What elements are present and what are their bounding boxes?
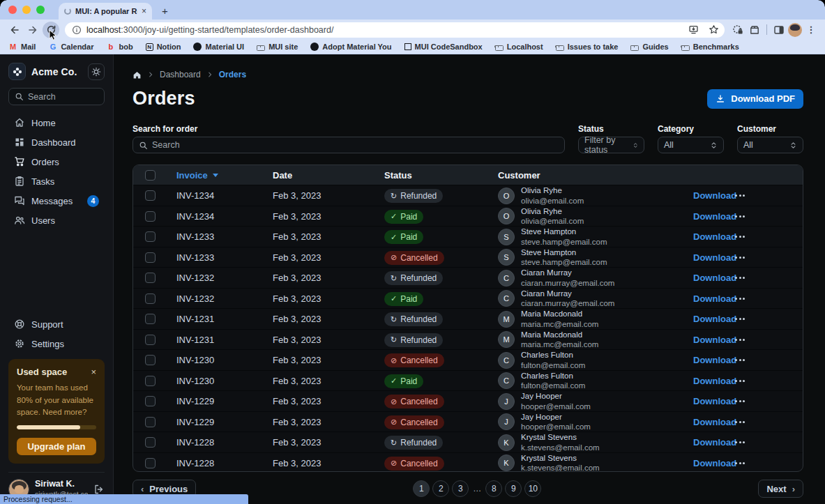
row-more-actions-button[interactable] [728,298,803,300]
upgrade-plan-button[interactable]: Upgrade plan [17,438,96,455]
download-row-link[interactable]: Download [688,273,728,283]
forward-button[interactable] [24,22,41,38]
download-row-link[interactable]: Download [688,376,728,386]
row-more-actions-button[interactable] [728,257,803,259]
row-checkbox[interactable] [145,376,156,386]
status-filter-select[interactable]: Filter by status [578,137,644,153]
theme-toggle-button[interactable] [88,63,105,80]
sidebar-footer-item[interactable]: Support [8,315,105,333]
row-checkbox[interactable] [145,293,156,304]
browser-menu-button[interactable]: ⋮ [803,22,819,38]
customer-filter-select[interactable]: All [737,137,803,153]
download-row-link[interactable]: Download [688,211,728,222]
breadcrumb-orders-current[interactable]: Orders [219,70,246,79]
download-row-link[interactable]: Download [688,396,728,406]
row-checkbox[interactable] [145,273,156,283]
row-more-actions-button[interactable] [728,339,803,341]
column-header-invoice[interactable]: Invoice [167,170,263,181]
download-pdf-button[interactable]: Download PDF [707,89,803,109]
row-more-actions-button[interactable] [728,400,803,402]
bookmark-this-tab-button[interactable] [706,22,721,38]
row-more-actions-button[interactable] [728,194,803,197]
download-row-link[interactable]: Download [688,314,728,324]
row-checkbox[interactable] [145,190,156,201]
page-number-button[interactable]: 2 [432,480,449,497]
row-more-actions-button[interactable] [728,318,803,320]
breadcrumb-home-icon[interactable] [133,70,142,79]
download-row-link[interactable]: Download [688,437,728,448]
window-close-button[interactable] [8,6,17,14]
row-more-actions-button[interactable] [728,441,803,443]
bookmark-item[interactable]: Benchmarks [681,43,739,51]
bookmark-item[interactable]: Adopt Material You [310,43,391,51]
row-more-actions-button[interactable] [728,277,803,279]
sidebar-nav-item[interactable]: Messages 4 [8,192,105,210]
download-row-link[interactable]: Download [688,355,728,365]
download-row-link[interactable]: Download [688,417,728,427]
download-row-link[interactable]: Download [688,252,728,263]
download-row-link[interactable]: Download [688,231,728,242]
page-number-button[interactable]: 10 [524,480,541,497]
bookmark-item[interactable]: MUI CodeSandbox [404,43,483,51]
bookmark-item[interactable]: Material UI [193,43,244,51]
row-more-actions-button[interactable] [728,215,803,217]
row-more-actions-button[interactable] [728,380,803,382]
download-row-link[interactable]: Download [688,190,728,201]
select-all-checkbox[interactable] [145,170,156,181]
row-checkbox[interactable] [145,396,156,406]
logout-icon[interactable] [93,484,105,495]
browser-tab[interactable]: MUI: A popular React UI fram × [59,3,152,20]
sidebar-nav-item[interactable]: Home [8,114,105,132]
extensions-button[interactable] [747,22,762,38]
sidebar-nav-item[interactable]: Users [8,211,105,229]
row-checkbox[interactable] [145,231,156,242]
page-number-button[interactable]: … [471,480,483,497]
bookmark-item[interactable]: Calendar [48,43,93,52]
bookmark-item[interactable]: Issues to take [556,43,619,51]
row-checkbox[interactable] [145,314,156,324]
browser-profile-avatar[interactable] [788,23,802,37]
row-checkbox[interactable] [145,437,156,448]
row-checkbox[interactable] [145,335,156,345]
tab-close-icon[interactable]: × [142,7,146,15]
row-checkbox[interactable] [145,417,156,427]
breadcrumb-dashboard-link[interactable]: Dashboard [160,70,201,79]
sidebar-nav-item[interactable]: Orders [8,153,105,171]
page-number-button[interactable]: 8 [485,480,502,497]
row-checkbox[interactable] [145,252,156,263]
bookmark-item[interactable]: Localhost [495,43,543,51]
site-info-icon[interactable] [72,25,82,35]
window-minimize-button[interactable] [22,6,31,14]
row-checkbox[interactable] [145,458,156,468]
reload-button[interactable] [43,22,59,38]
window-zoom-button[interactable] [36,6,45,14]
page-number-button[interactable]: 1 [413,480,430,497]
back-button[interactable] [6,22,23,38]
order-search-input[interactable]: Search [133,137,565,153]
acme-logo-button[interactable] [8,63,26,80]
bookmark-item[interactable]: bob [106,43,133,52]
download-row-link[interactable]: Download [688,335,728,345]
new-tab-button[interactable]: + [162,5,168,20]
bookmark-item[interactable]: MUI site [257,43,298,51]
download-row-link[interactable]: Download [688,458,728,468]
row-more-actions-button[interactable] [728,462,803,464]
address-bar[interactable]: localhost:3000/joy-ui/getting-started/te… [65,22,725,38]
bookmark-item[interactable]: Notion [146,43,181,51]
row-checkbox[interactable] [145,355,156,365]
page-number-button[interactable]: 3 [452,480,469,497]
install-app-button[interactable] [686,22,701,38]
row-more-actions-button[interactable] [728,421,803,423]
password-manager-extension-button[interactable] [730,22,745,38]
sidebar-search-input[interactable]: Search [8,88,105,105]
side-panel-button[interactable] [771,22,787,38]
sidebar-nav-item[interactable]: Tasks [8,172,105,190]
bookmark-item[interactable]: Guides [630,43,668,51]
row-more-actions-button[interactable] [728,359,803,361]
page-number-button[interactable]: 9 [505,480,522,497]
row-checkbox[interactable] [145,211,156,222]
download-row-link[interactable]: Download [688,293,728,304]
used-space-close-icon[interactable]: × [91,367,96,376]
category-filter-select[interactable]: All [658,137,724,153]
sidebar-footer-item[interactable]: Settings [8,335,105,353]
